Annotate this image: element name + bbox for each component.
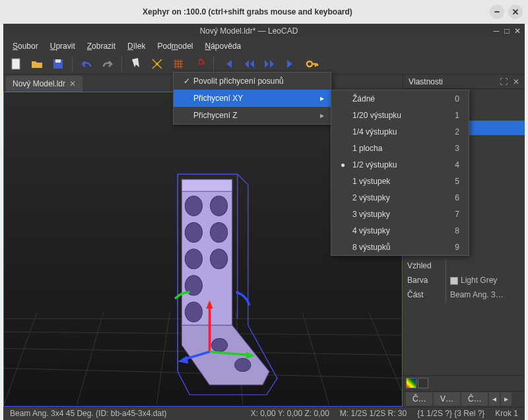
svg-point-25 [185,249,202,269]
svg-point-28 [185,302,202,322]
open-file-button[interactable] [28,55,46,73]
toolbar-separator [213,57,214,71]
svg-rect-5 [55,59,61,63]
property-row-appearance[interactable]: Vzhled [403,259,525,274]
property-row-part[interactable]: Část Beam Ang. 3… [403,288,525,303]
property-label: Vzhled [403,259,446,274]
svg-point-23 [185,223,202,243]
transform-tool-button[interactable] [148,55,166,73]
status-bar: Beam Ang. 3x4 45 Deg. (ID: bb-a45-3x4.da… [3,407,525,420]
status-rel: {1 1/2S ?} {3 Rel ?} [414,409,487,418]
status-step: Krok 1 [492,409,521,418]
minimize-button[interactable] [490,5,504,19]
close-tab-icon[interactable]: ✕ [69,79,76,88]
snap-angle-button[interactable] [191,55,208,73]
property-value: Light Grey [446,274,525,288]
menu-item-snap-xy[interactable]: Přichycení XY ▸ Žádné01/20 výstupku11/4 … [174,90,331,107]
toolbar-separator [121,57,122,71]
color-swatch-row [403,375,525,391]
key-button[interactable] [304,55,321,73]
submenu-item[interactable]: 4 výstupky8 [331,222,469,239]
svg-point-29 [212,339,228,352]
select-tool-button[interactable] [127,55,145,73]
svg-point-21 [185,196,202,216]
outer-window-title: Xephyr on :100.0 (ctrl+shift grabs mouse… [5,7,490,16]
close-button[interactable] [508,5,523,19]
menu-part[interactable]: Dílek [122,39,150,53]
panel-tab[interactable]: Č… [461,392,488,405]
status-part-info: Beam Ang. 3x4 45 Deg. (ID: bb-a45-3x4.da… [7,409,169,418]
app-maximize-button[interactable]: □ [502,26,512,36]
panel-tab[interactable]: Č… [406,392,432,405]
menu-edit[interactable]: Upravit [45,39,81,53]
color-picker-button[interactable] [406,378,416,388]
app-window: Nový Model.ldr* — LeoCAD ─ □ ✕ Soubor Up… [3,24,525,420]
prev-step-button[interactable] [240,55,257,73]
property-label: Část [403,288,446,303]
panel-bottom-tabs: Č… V… Č… ◂ ▸ [403,391,525,407]
radio-dot-icon: ● [341,160,352,169]
menu-file[interactable]: Soubor [7,39,44,53]
check-icon: ✓ [180,76,193,86]
app-close-button[interactable]: ✕ [513,26,522,36]
submenu-item[interactable]: Žádné0 [331,90,469,107]
menu-model[interactable]: Podmodel [152,39,198,53]
menu-view[interactable]: Zobrazit [82,39,121,53]
submenu-item[interactable]: 1 plocha3 [331,140,469,156]
undo-button[interactable] [78,55,95,73]
panel-expand-icon[interactable]: ⛶ [500,77,509,86]
document-tab[interactable]: Nový Model.ldr ✕ [6,76,82,92]
color-swatch[interactable] [418,378,428,388]
status-snap: M: 1/2S 1/2S R: 30 [337,409,409,418]
submenu-item[interactable]: 8 výstupků9 [331,239,469,255]
submenu-item[interactable]: 1 výstupek5 [331,173,469,189]
last-step-button[interactable] [282,55,300,73]
scroll-left-icon[interactable]: ◂ [489,392,500,405]
panel-close-icon[interactable]: ✕ [513,77,522,86]
submenu-item[interactable]: 2 výstupky6 [331,189,469,206]
submenu-item[interactable]: 1/20 výstupku1 [331,107,469,123]
redo-button[interactable] [99,55,116,73]
panel-header: Vlastnosti ⛶ ✕ [403,75,525,89]
first-step-button[interactable] [219,55,236,73]
new-file-button[interactable] [7,55,24,73]
app-title: Nový Model.ldr* — LeoCAD [6,26,492,36]
property-label: Barva [403,274,446,288]
save-file-button[interactable] [50,55,67,73]
main-area: Nový Model.ldr ✕ [3,75,525,406]
toolbar-separator [72,57,73,71]
property-value: Beam Ang. 3… [446,288,525,303]
color-swatch-icon [450,277,458,285]
svg-rect-20 [182,179,232,191]
submenu-snap-xy: Žádné01/20 výstupku11/4 výstupku21 ploch… [331,90,469,256]
svg-rect-3 [12,59,20,69]
snap-grid-button[interactable] [170,55,187,73]
submenu-item[interactable]: 1/4 výstupku2 [331,123,469,140]
app-window-controls: ─ □ ✕ [492,26,522,36]
app-titlebar: Nový Model.ldr* — LeoCAD ─ □ ✕ [3,24,525,38]
outer-titlebar: Xephyr on :100.0 (ctrl+shift grabs mouse… [0,0,528,24]
next-step-button[interactable] [261,55,279,73]
scroll-right-icon[interactable]: ▸ [501,392,512,405]
status-coords: X: 0,00 Y: 0,00 Z: 0,00 [248,409,332,418]
svg-point-24 [211,223,228,243]
property-row-color[interactable]: Barva Light Grey [403,274,525,288]
document-tab-label: Nový Model.ldr [13,79,65,88]
panel-tab[interactable]: V… [434,392,460,405]
svg-point-30 [235,359,251,372]
menu-item-snap-z[interactable]: Přichycení Z ▸ [174,107,331,124]
submenu-arrow-icon: ▸ [320,111,324,120]
svg-point-26 [211,249,228,269]
svg-point-7 [307,61,312,67]
menu-item-enable-snap[interactable]: ✓ Povolit přichycení posunů [174,73,331,90]
svg-point-22 [211,196,228,216]
menu-help[interactable]: Nápověda [200,39,247,53]
outer-window-controls [490,5,523,19]
submenu-arrow-icon: ▸ [320,94,324,103]
context-menu-snap: ✓ Povolit přichycení posunů Přichycení X… [173,72,331,125]
submenu-item[interactable]: ●1/2 výstupku4 [331,156,469,173]
panel-title: Vlastnosti [406,77,443,86]
submenu-item[interactable]: 3 výstupky7 [331,206,469,222]
property-value [446,259,525,274]
app-minimize-button[interactable]: ─ [492,26,501,36]
